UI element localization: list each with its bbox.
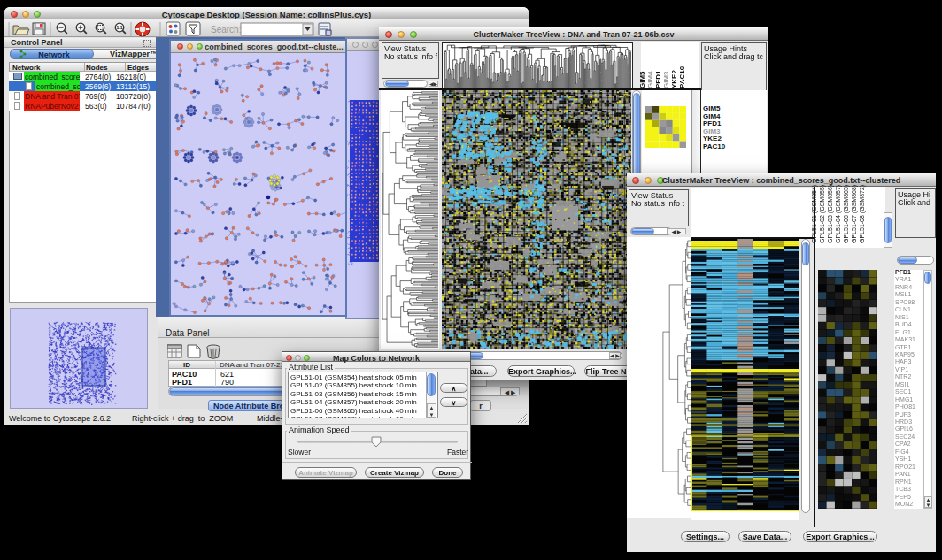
svg-text:1:1: 1:1 [116,25,122,30]
svg-text:Search:: Search: [211,25,241,35]
